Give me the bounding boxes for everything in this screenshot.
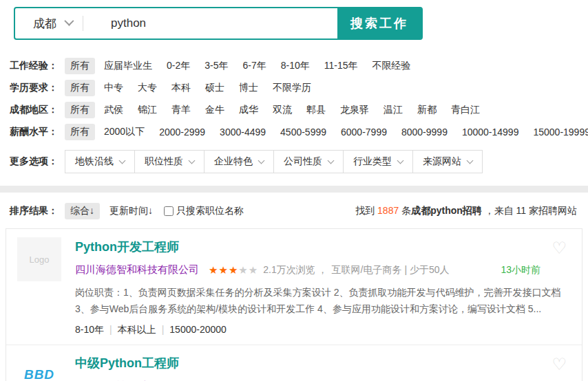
- post-time: 13小时前: [501, 264, 540, 276]
- filter-option[interactable]: 2000-2999: [154, 124, 211, 140]
- result-from: ，来自: [482, 205, 516, 216]
- filter-option[interactable]: 3000-4499: [214, 124, 271, 140]
- rating-stars-icon: ★★★★★: [209, 265, 258, 275]
- job-content: 中级Python工程师 成都数联铭品科技有限公司 ★★★★★ 1.8万次浏览 ，…: [75, 353, 571, 381]
- filter-panel: 工作经验： 所有 应届毕业生 0-2年 3-5年 6-7年 8-10年 11-1…: [10, 58, 588, 173]
- dropdown-company-type[interactable]: 公司性质: [273, 150, 344, 173]
- stars-empty: ★★: [238, 264, 258, 276]
- tag-separator: |: [109, 324, 112, 335]
- filter-option[interactable]: 11-15年: [319, 58, 364, 74]
- result-mid: 条: [399, 205, 411, 216]
- sort-update-time-button[interactable]: 更新时间↓: [109, 205, 153, 217]
- filter-option[interactable]: 所有: [65, 124, 95, 140]
- filter-option[interactable]: 武侯: [98, 102, 129, 118]
- search-bar: 成都 搜索工作: [14, 7, 423, 40]
- dropdown-label: 地铁沿线: [75, 155, 114, 168]
- filter-option[interactable]: 10000-14999: [456, 124, 525, 140]
- tag-salary: 15000-20000: [169, 324, 227, 335]
- dropdown-company-feature[interactable]: 企业特色: [204, 150, 274, 173]
- filter-option[interactable]: 所有: [65, 102, 95, 118]
- chevron-down-icon: [397, 157, 404, 164]
- filter-label: 工作经验：: [10, 60, 58, 72]
- view-count: 2.1万次浏览 ，: [263, 264, 327, 276]
- filter-option[interactable]: 青白江: [445, 102, 485, 118]
- chevron-down-icon: [258, 157, 265, 164]
- job-title-link[interactable]: 中级Python工程师: [75, 355, 571, 371]
- site-count: 11: [516, 205, 527, 216]
- chevron-down-icon: [467, 157, 474, 164]
- filter-option[interactable]: 3-5年: [199, 58, 233, 74]
- result-summary: 找到 1887 条成都python招聘 ，来自 11 家招聘网站: [355, 205, 577, 217]
- tag-education: 本科以上: [118, 324, 156, 335]
- filter-option[interactable]: 博士: [233, 80, 264, 96]
- filter-option[interactable]: 15000-19999: [527, 124, 588, 140]
- filter-option[interactable]: 龙泉驿: [335, 102, 375, 118]
- filter-option[interactable]: 所有: [65, 58, 95, 74]
- filter-option[interactable]: 硕士: [200, 80, 230, 96]
- result-keyword: 成都python招聘: [411, 205, 482, 216]
- section-divider: [0, 186, 588, 193]
- dropdown-label: 行业类型: [353, 155, 392, 168]
- title-only-checkbox-wrap: 只搜索职位名称: [164, 205, 244, 217]
- sort-bar: 排序结果： 综合↓ 更新时间↓ 只搜索职位名称 找到 1887 条成都pytho…: [0, 193, 588, 228]
- filter-label: 学历要求：: [10, 82, 58, 94]
- city-selector-value: 成都: [33, 16, 56, 32]
- filter-option[interactable]: 8000-9999: [396, 124, 453, 140]
- filter-option[interactable]: 不限学历: [267, 80, 317, 96]
- search-button[interactable]: 搜索工作: [337, 8, 421, 39]
- filter-option[interactable]: 金牛: [200, 102, 230, 118]
- chevron-down-icon: [64, 17, 74, 26]
- filter-label: 薪酬水平：: [10, 126, 58, 138]
- company-name-link[interactable]: 四川海德智和科技有限公司: [75, 263, 199, 276]
- filter-option[interactable]: 不限经验: [367, 58, 417, 74]
- filter-option[interactable]: 2000以下: [98, 124, 150, 140]
- filter-option[interactable]: 8-10年: [275, 58, 315, 74]
- dropdown-source-site[interactable]: 来源网站: [412, 150, 483, 173]
- result-prefix: 找到: [355, 205, 377, 216]
- filter-option[interactable]: 4500-5999: [275, 124, 332, 140]
- filter-option[interactable]: 大专: [132, 80, 162, 96]
- chevron-down-icon: [189, 157, 196, 164]
- filter-row-experience: 工作经验： 所有 应届毕业生 0-2年 3-5年 6-7年 8-10年 11-1…: [10, 58, 588, 74]
- filter-option[interactable]: 青羊: [166, 102, 196, 118]
- filter-option[interactable]: 新都: [412, 102, 442, 118]
- dropdown-metro-line[interactable]: 地铁沿线: [65, 150, 135, 173]
- chevron-down-icon: [119, 157, 126, 164]
- dropdown-industry[interactable]: 行业类型: [343, 150, 413, 173]
- filter-option[interactable]: 成华: [233, 102, 264, 118]
- filter-option[interactable]: 本科: [166, 80, 196, 96]
- filter-row-education: 学历要求： 所有 中专 大专 本科 硕士 博士 不限学历: [10, 80, 588, 96]
- filter-option[interactable]: 中专: [98, 80, 129, 96]
- filter-option[interactable]: 锦江: [132, 102, 162, 118]
- sort-label: 排序结果：: [10, 205, 58, 217]
- filter-option[interactable]: 0-2年: [161, 58, 196, 74]
- filter-label: 成都地区：: [10, 104, 58, 116]
- filter-option[interactable]: 温江: [378, 102, 408, 118]
- more-options-label: 更多选项：: [10, 155, 58, 168]
- sort-comprehensive-button[interactable]: 综合↓: [65, 203, 100, 219]
- company-logo: Logo: [17, 237, 61, 281]
- dropdown-job-nature[interactable]: 职位性质: [134, 150, 204, 173]
- filter-option[interactable]: 所有: [65, 80, 95, 96]
- favorite-icon[interactable]: ♡: [552, 240, 567, 257]
- dropdown-label: 公司性质: [284, 155, 322, 168]
- filter-option[interactable]: 应届毕业生: [98, 58, 158, 74]
- job-description: 岗位职责：1、负责网页数据采集任务的分析及采集方案设计 2、负责抓取功能开发与代…: [75, 284, 571, 317]
- job-content: Python开发工程师 四川海德智和科技有限公司 ★★★★★ 2.1万次浏览 ，…: [75, 237, 571, 336]
- more-options-row: 更多选项： 地铁沿线 职位性质 企业特色 公司性质 行业类型: [10, 150, 588, 173]
- filter-row-salary: 薪酬水平： 所有 2000以下 2000-2999 3000-4499 4500…: [10, 124, 588, 140]
- company-meta: 互联网/电子商务 | 少于50人: [332, 264, 450, 276]
- filter-option[interactable]: 双流: [267, 102, 297, 118]
- result-count: 1887: [377, 205, 399, 216]
- filter-option[interactable]: 6-7年: [237, 58, 271, 74]
- search-input[interactable]: [83, 8, 337, 39]
- filter-option[interactable]: 郫县: [301, 102, 331, 118]
- filter-option[interactable]: 6000-7999: [335, 124, 392, 140]
- filter-row-district: 成都地区： 所有 武侯 锦江 青羊 金牛 成华 双流 郫县 龙泉驿 温江 新都 …: [10, 102, 588, 118]
- city-selector[interactable]: 成都: [15, 8, 83, 39]
- favorite-icon[interactable]: ♡: [552, 356, 567, 373]
- stars-filled: ★★★: [209, 264, 238, 276]
- job-title-link[interactable]: Python开发工程师: [75, 239, 571, 255]
- title-only-checkbox[interactable]: [164, 206, 174, 216]
- job-tags: 8-10年|本科以上|15000-20000: [75, 324, 571, 336]
